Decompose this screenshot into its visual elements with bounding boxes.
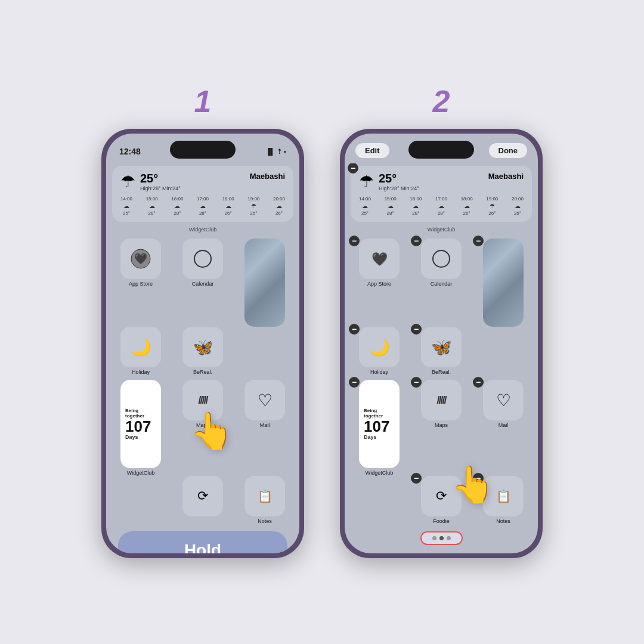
wh2-1400: 14:00☁25° [359,196,371,216]
wh-temp: 25° [123,210,130,216]
minus-mail[interactable]: − [473,377,484,388]
widget-club-label-2: WidgetClub [351,227,532,233]
app-icon-calendar-2 [421,239,462,279]
rel-widget-2[interactable]: − Being together 107 Days WidgetClub [351,380,408,476]
minus-foodie[interactable]: − [411,473,422,484]
hold-button[interactable]: Hold [118,531,287,553]
app-widgetclub-large-1[interactable] [236,239,293,327]
app-bereal-1[interactable]: 🦋 BeReal. [174,327,231,375]
phone-1-screen: 12:48 ▐▌ ⇡ ▪ ☂ 25° High:28° Min:24° [106,134,299,553]
svg-text:🖤: 🖤 [371,251,388,267]
app-icon-widgetclub-large [244,239,285,327]
weather-city-1: Maebashi [250,172,285,181]
wh-1700: 17:00 ☁ 28° [197,196,209,216]
weather-minus-badge[interactable]: − [348,163,358,174]
dot-2-active [439,536,444,540]
weather-left-1: ☂ 25° High:28° Min:24° [120,172,181,191]
app-holiday-1[interactable]: 🌙 Holiday [112,327,169,375]
rel-sub-2: Days [364,434,395,440]
wh-1400: 14:00 ☁ 25° [120,196,132,216]
done-button[interactable]: Done [489,143,528,158]
weather-temp-1: 25° [140,172,181,185]
weather-hours-1: 14:00 ☁ 25° 15:00 ☁ 28° 16:00 [120,196,285,216]
svg-point-4 [433,250,450,267]
app-label-bereal: BeReal. [193,369,212,375]
step-2: 2 Edit Done − ☂ [340,86,543,558]
app-row-2b: − 🌙 Holiday − 🦋 BeReal. [351,327,532,375]
placeholder-2 [475,327,515,375]
wh2-1700: 17:00☁28° [435,196,447,216]
middle-row-2: − Being together 107 Days WidgetClub − [351,380,532,476]
app-label-widgetclub-2: WidgetClub [366,470,394,476]
phone-2-screen: Edit Done − ☂ 25° High:28° Min:24° [345,134,538,553]
app-icon-mail-2: ♡ [483,380,524,420]
app-row-2a: − 🖤 App Store − Calendar [351,239,532,327]
app-bereal-2[interactable]: − 🦋 BeReal. [413,327,470,375]
main-container: 1 12:48 ▐▌ ⇡ ▪ ☂ 25° [78,62,566,582]
time-1: 12:48 [119,147,141,156]
minus-holiday[interactable]: − [349,324,360,335]
weather-sub-1: High:28° Min:24° [140,185,181,191]
minus-widgetclub-large[interactable]: − [473,236,484,246]
widget-club-label-1: WidgetClub [112,227,293,233]
minus-calendar[interactable]: − [411,236,422,246]
app-mail-2[interactable]: − ♡ Mail [475,380,532,428]
app-label-calendar: Calendar [192,281,214,287]
minus-maps[interactable]: − [411,377,422,388]
rel-days-1: 107 [125,419,156,434]
app-calendar-2[interactable]: − Calendar [413,239,470,287]
dynamic-island-1 [170,141,236,159]
wh-1900: 19:00 ☂ 26° [247,196,259,216]
phone-1: 12:48 ▐▌ ⇡ ▪ ☂ 25° High:28° Min:24° [101,129,304,558]
app-notes-1[interactable]: 📋 Notes [236,476,293,524]
marble-bg-2 [483,239,524,327]
app-label-mail-2: Mail [499,422,509,428]
dot-1 [432,536,436,540]
app-label-appstore: App Store [129,281,153,287]
wh-1600: 16:00 ☁ 28° [171,196,183,216]
app-label-calendar-2: Calendar [431,281,453,287]
rel-widget-1[interactable]: Being together 107 Days WidgetClub [112,380,169,476]
app-appstore-2[interactable]: − 🖤 App Store [351,239,408,287]
edit-button[interactable]: Edit [355,143,389,158]
app-foodie-1[interactable]: ⟳ [174,476,231,524]
phone-2-content: − ☂ 25° High:28° Min:24° Maebashi [345,163,538,553]
app-maps-2[interactable]: − ///// Maps [413,380,470,428]
app-label-widgetclub: WidgetClub [127,470,155,476]
wh2-1600: 16:00☁28° [410,196,422,216]
app-label-holiday-2: Holiday [370,369,388,375]
app-mail-1[interactable]: ♡ Mail [236,380,293,428]
wh2-1800: 18:00☁26° [461,196,473,216]
wh2-2000: 20:00☁26° [512,196,524,216]
app-label-bereal-2: BeReal. [432,369,451,375]
minus-rel[interactable]: − [349,377,360,388]
app-icon-holiday-2: 🌙 [359,327,400,367]
app-icon-foodie: ⟳ [182,476,223,516]
app-icon-bereal: 🦋 [182,327,223,367]
wh-time: 14:00 [120,196,132,202]
weather-top-1: ☂ 25° High:28° Min:24° Maebashi [120,172,285,191]
app-label-notes-1: Notes [258,518,272,524]
rel-sub-1: Days [125,434,156,440]
step-2-number: 2 [433,86,450,117]
app-icon-mail: ♡ [244,380,285,420]
app-icon-holiday: 🌙 [120,327,161,367]
weather-info-2: 25° High:28° Min:24° [379,172,419,191]
dot-3 [447,536,451,540]
app-icon-maps-2: ///// [421,380,462,420]
weather-widget-2: − ☂ 25° High:28° Min:24° Maebashi [351,166,532,222]
dots-indicator[interactable] [420,531,463,545]
weather-left-2: ☂ 25° High:28° Min:24° [359,172,419,191]
app-appstore-1[interactable]: 🖤 App Store [112,239,169,287]
minus-appstore[interactable]: − [349,236,360,246]
app-holiday-2[interactable]: − 🌙 Holiday [351,327,408,375]
app-calendar-1[interactable]: Calendar [174,239,231,287]
weather-info-1: 25° High:28° Min:24° [140,172,181,191]
step-1: 1 12:48 ▐▌ ⇡ ▪ ☂ 25° [101,86,304,558]
app-widgetclub-placeholder [236,327,277,375]
app-label-appstore-2: App Store [367,281,391,287]
minus-bereal[interactable]: − [411,324,422,335]
app-row-1: 🖤 App Store Calendar [112,239,293,327]
app-widgetclub-large-2[interactable]: − [475,239,532,327]
status-icons-1: ▐▌ ⇡ ▪ [265,148,286,156]
